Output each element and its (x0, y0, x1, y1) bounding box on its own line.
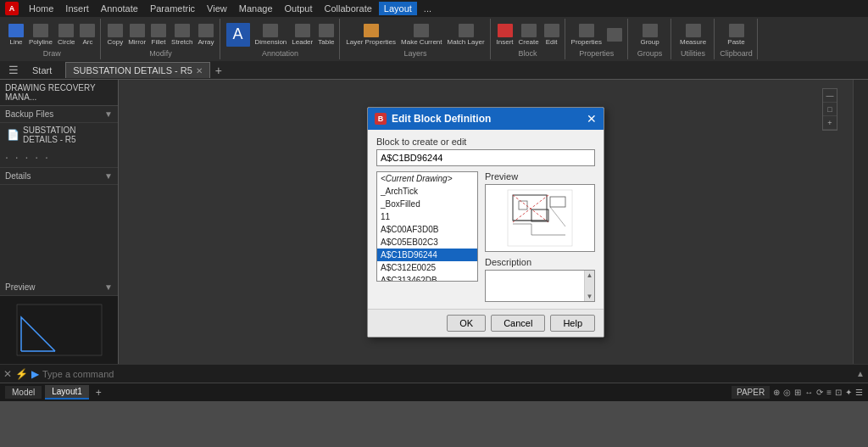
ribbon-btn-make-current[interactable]: Make Current (399, 23, 443, 47)
file-item[interactable]: 📄 SUBSTATION DETAILS - R5 (0, 123, 118, 147)
status-icon-7[interactable]: ⊡ (835, 388, 842, 397)
layout1-tab[interactable]: Layout1 (45, 385, 89, 400)
block-list-item[interactable]: <Current Drawing> (377, 172, 477, 185)
add-layout-button[interactable]: + (92, 387, 105, 399)
status-icon-5[interactable]: ⟳ (816, 388, 823, 397)
block-list-item[interactable]: A$C313462DB (377, 274, 477, 282)
menu-view[interactable]: View (202, 2, 232, 15)
float-btn-1[interactable]: — (823, 89, 837, 103)
ribbon-group-modify-label: Modify (149, 49, 172, 58)
tab-close-icon[interactable]: ✕ (196, 66, 203, 75)
block-list-item[interactable]: A$C312E0025 (377, 261, 477, 274)
preview-section[interactable]: Preview ▼ (0, 279, 118, 296)
float-btn-2[interactable]: □ (823, 103, 837, 116)
tab-substation[interactable]: SUBSTATION DETAILS - R5 ✕ (65, 62, 210, 78)
menu-bar: A Home Insert Annotate Parametric View M… (0, 0, 868, 17)
ribbon-btn-text[interactable]: A (225, 22, 252, 48)
ribbon-btn-line[interactable]: Line (7, 23, 25, 47)
details-section[interactable]: Details ▼ (0, 168, 118, 185)
polyline-icon (33, 24, 48, 37)
ribbon-btn-insert[interactable]: Insert (495, 23, 515, 47)
block-list-item[interactable]: A$C00AF3D0B (377, 223, 477, 236)
ribbon-btn-edit-ref[interactable]: Edit (542, 23, 561, 47)
text-icon: A (226, 23, 250, 47)
menu-home[interactable]: Home (24, 2, 58, 15)
ribbon-btn-table[interactable]: Table (316, 23, 336, 47)
menu-annotate[interactable]: Annotate (96, 2, 143, 15)
ribbon-group-clipboard: Paste Clipboard (715, 19, 758, 59)
ribbon-btn-fillet[interactable]: Fillet (149, 23, 168, 47)
ribbon-btn-measure[interactable]: Measure (678, 23, 708, 47)
ribbon-btn-polyline[interactable]: Polyline (27, 23, 54, 47)
ribbon-group-utilities-top: Measure (678, 20, 708, 49)
command-input[interactable] (42, 369, 853, 379)
status-icon-8[interactable]: ✦ (845, 388, 852, 397)
menu-more[interactable]: ... (419, 2, 437, 15)
ribbon-btn-dimension[interactable]: Dimension (253, 23, 289, 47)
dialog-close-button[interactable]: ✕ (587, 113, 597, 125)
ribbon-btn-group[interactable]: Group (638, 23, 660, 47)
help-button[interactable]: Help (550, 315, 595, 332)
tab-add-button[interactable]: + (210, 62, 227, 79)
tab-bar-left: ☰ Start (5, 62, 58, 78)
ribbon-group-groups: Group Groups (629, 19, 671, 59)
scroll-up-arrow[interactable]: ▲ (585, 271, 594, 280)
status-icon-6[interactable]: ≡ (826, 388, 832, 397)
ribbon-btn-paste[interactable]: Paste (726, 23, 746, 47)
ribbon-btn-circle[interactable]: Circle (56, 23, 76, 47)
status-icon-9[interactable]: ☰ (855, 388, 863, 397)
backup-section[interactable]: Backup Files ▼ (0, 106, 118, 123)
ribbon-btn-match-layer[interactable]: Match Layer (446, 23, 487, 47)
ribbon-btn-mirror[interactable]: Mirror (126, 23, 147, 47)
file-icon: 📄 (7, 129, 19, 141)
ribbon-btn-match-props[interactable] (605, 27, 624, 43)
ribbon-btn-copy[interactable]: Copy (105, 23, 125, 47)
status-icon-2[interactable]: ◎ (783, 388, 791, 397)
ribbon-btn-properties[interactable]: Properties (570, 23, 604, 47)
command-lightning-icon[interactable]: ⚡ (15, 368, 28, 380)
menu-insert[interactable]: Insert (60, 2, 94, 15)
menu-output[interactable]: Output (280, 2, 318, 15)
ribbon-btn-leader[interactable]: Leader (290, 23, 314, 47)
block-list-item[interactable]: A$C1BD96244 (377, 249, 477, 261)
status-icon-1[interactable]: ⊕ (773, 388, 780, 397)
block-input[interactable] (376, 149, 595, 166)
tab-start[interactable]: Start (25, 63, 58, 78)
ribbon-group-properties-label: Properties (579, 49, 614, 58)
cancel-button[interactable]: Cancel (491, 315, 545, 332)
ribbon-btn-layer-props[interactable]: Layer Properties (344, 23, 398, 47)
block-list-item[interactable]: 11 (377, 210, 477, 223)
ribbon-groups: Line Polyline Circle Arc Draw (3, 19, 758, 59)
ok-button[interactable]: OK (447, 315, 486, 332)
float-btn-3[interactable]: + (823, 116, 837, 130)
group-icon (643, 24, 658, 37)
cmd-expand-icon[interactable]: ▲ (856, 369, 865, 378)
ribbon-group-groups-top: Group (638, 20, 660, 49)
model-tab[interactable]: Model (5, 386, 42, 399)
menu-layout[interactable]: Layout (379, 2, 417, 15)
scroll-down-arrow[interactable]: ▼ (585, 292, 594, 301)
menu-manage[interactable]: Manage (234, 2, 278, 15)
block-list-item[interactable]: _BoxFilled (377, 198, 477, 210)
block-list-item[interactable]: _ArchTick (377, 185, 477, 198)
command-x-icon[interactable]: ✕ (3, 368, 12, 380)
canvas-area[interactable]: B Edit Block Definition ✕ Block to creat… (119, 80, 853, 364)
ribbon-btn-array[interactable]: Array (196, 23, 215, 47)
ribbon-btn-stretch[interactable]: Stretch (170, 23, 194, 47)
status-icon-4[interactable]: ↔ (804, 388, 813, 397)
dialog-body: Block to create or edit <Current Drawing… (368, 130, 604, 309)
block-list[interactable]: <Current Drawing>_ArchTick_BoxFilled11A$… (376, 171, 478, 282)
ribbon-btn-arc[interactable]: Arc (78, 23, 97, 47)
file-label: SUBSTATION DETAILS - R5 (23, 126, 111, 144)
ribbon-btn-create[interactable]: Create (517, 23, 541, 47)
dialog-overlay: B Edit Block Definition ✕ Block to creat… (119, 80, 853, 364)
hamburger-menu[interactable]: ☰ (5, 62, 22, 78)
status-icon-3[interactable]: ⊞ (794, 388, 801, 397)
menu-parametric[interactable]: Parametric (145, 2, 200, 15)
preview-section-label: Preview (485, 171, 595, 182)
measure-icon (686, 24, 701, 37)
menu-collaborate[interactable]: Collaborate (320, 2, 377, 15)
block-list-item[interactable]: A$C05EB02C3 (377, 236, 477, 249)
dialog-icon: B (375, 113, 387, 125)
panel-header: DRAWING RECOVERY MANA... (0, 80, 118, 106)
